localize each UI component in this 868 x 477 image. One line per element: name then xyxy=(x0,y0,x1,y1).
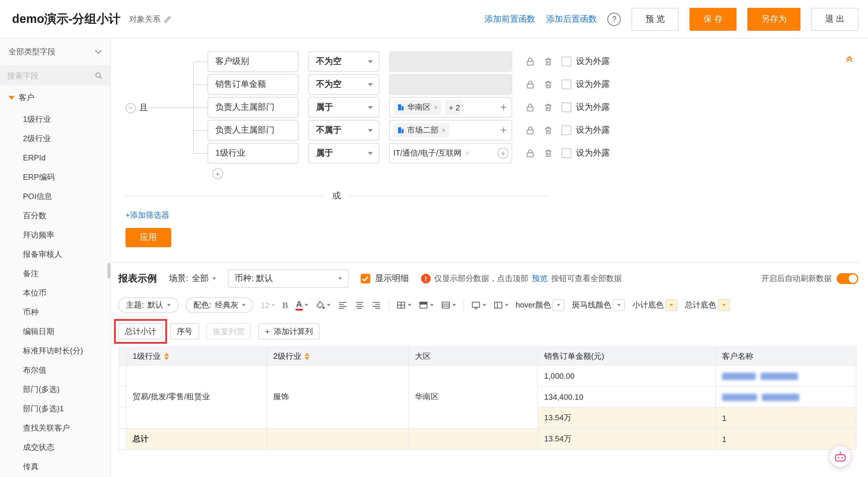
field-item[interactable]: 成交状态 xyxy=(0,438,111,457)
condition-value-tags[interactable]: 市场二部 × + xyxy=(389,120,512,140)
field-item[interactable]: 部门(多选)1 xyxy=(0,399,111,418)
column-header[interactable]: 销售订单金额(元) xyxy=(538,347,716,365)
align-center-button[interactable] xyxy=(355,300,364,310)
lock-icon[interactable] xyxy=(525,102,535,112)
apply-button[interactable]: 应用 xyxy=(125,228,171,247)
column-header[interactable]: 客户名称 xyxy=(716,347,856,365)
lock-icon[interactable] xyxy=(525,148,535,158)
value-tag[interactable]: 华南区 × xyxy=(393,100,441,115)
subtotal-button[interactable]: 总计小计 xyxy=(118,323,163,340)
palette-select[interactable]: 配色: 经典灰 xyxy=(185,297,253,313)
field-item[interactable]: 备注 xyxy=(0,264,111,283)
font-color-picker[interactable]: A xyxy=(295,300,308,311)
zebra-color-picker[interactable]: 斑马线颜色 xyxy=(572,299,625,311)
trash-icon[interactable] xyxy=(544,125,553,135)
field-item[interactable]: 百分数 xyxy=(0,206,111,226)
field-item[interactable]: 部门(多选) xyxy=(0,380,111,399)
add-value-icon[interactable]: + xyxy=(500,102,507,113)
field-item[interactable]: 布尔值 xyxy=(0,361,111,380)
column-header[interactable]: 2级行业 xyxy=(267,347,409,365)
color-swatch[interactable] xyxy=(718,299,730,311)
field-item[interactable]: POI信息 xyxy=(0,187,111,206)
sidebar-group-customer[interactable]: 客户 xyxy=(0,86,111,110)
table-header-style-picker[interactable] xyxy=(418,300,434,310)
field-item[interactable]: ERPId xyxy=(0,148,111,168)
font-size-select[interactable]: 12 xyxy=(261,300,275,310)
search-input[interactable] xyxy=(7,71,80,80)
sort-desc-icon[interactable] xyxy=(305,357,309,360)
condition-field-select[interactable]: 销售订单金额 xyxy=(208,74,299,95)
sort-desc-icon[interactable] xyxy=(164,357,169,360)
field-item[interactable]: 查找关联客户 xyxy=(0,418,111,438)
sort-asc-icon[interactable] xyxy=(305,353,309,356)
condition-operator-select[interactable]: 属于 xyxy=(308,143,379,163)
field-item[interactable]: 传真 xyxy=(0,457,111,476)
show-detail-toggle[interactable]: 显示明细 xyxy=(361,273,409,284)
field-search[interactable] xyxy=(0,65,111,86)
expose-checkbox[interactable] xyxy=(562,148,571,158)
field-item[interactable]: 标准拜访时长(分) xyxy=(0,341,111,361)
save-button[interactable]: 保 存 xyxy=(689,7,737,30)
lock-icon[interactable] xyxy=(525,125,535,135)
field-type-filter[interactable]: 全部类型字段 xyxy=(0,39,111,65)
expose-checkbox[interactable] xyxy=(562,80,571,89)
object-relation[interactable]: 对象关系 xyxy=(129,13,172,25)
add-value-icon[interactable]: + xyxy=(500,125,507,136)
trash-icon[interactable] xyxy=(544,148,553,158)
color-swatch[interactable] xyxy=(613,299,625,311)
condition-operator-select[interactable]: 属于 xyxy=(308,97,379,118)
column-layout-picker[interactable] xyxy=(493,300,508,310)
condition-field-select[interactable]: 客户级别 xyxy=(208,51,299,72)
condition-value-tags[interactable]: 华南区 × + 2 + xyxy=(389,97,512,118)
sort-asc-icon[interactable] xyxy=(164,353,169,356)
auto-refresh-switch[interactable] xyxy=(837,273,858,284)
add-condition-icon[interactable]: + xyxy=(212,168,223,179)
notice-preview-link[interactable]: 预览 xyxy=(532,273,548,284)
help-icon[interactable]: ? xyxy=(608,12,621,26)
sort-icons[interactable] xyxy=(164,353,169,360)
add-pre-function-link[interactable]: 添加前置函数 xyxy=(485,13,535,25)
hover-color-picker[interactable]: hover颜色 xyxy=(516,299,565,311)
save-as-button[interactable]: 另存为 xyxy=(747,7,801,30)
condition-field-select[interactable]: 1级行业 xyxy=(208,143,299,163)
add-post-function-link[interactable]: 添加后置函数 xyxy=(546,13,597,25)
trash-icon[interactable] xyxy=(544,102,553,112)
add-filter-link[interactable]: +添加筛选器 xyxy=(125,210,169,221)
field-item[interactable]: 拜访频率 xyxy=(0,226,111,245)
align-right-button[interactable] xyxy=(372,300,381,310)
remove-tag-icon[interactable]: × xyxy=(441,126,446,134)
table-lines-picker[interactable] xyxy=(441,300,456,310)
condition-operator-select[interactable]: 不为空 xyxy=(308,74,379,95)
add-calc-column-button[interactable]: + 添加计算列 xyxy=(258,323,320,340)
condition-operator-select[interactable]: 不为空 xyxy=(308,51,379,72)
field-item[interactable]: 报备审核人 xyxy=(0,245,111,264)
expose-checkbox[interactable] xyxy=(562,102,571,112)
color-swatch[interactable] xyxy=(665,299,678,311)
align-left-button[interactable] xyxy=(338,300,347,310)
sort-icons[interactable] xyxy=(305,353,309,360)
theme-select[interactable]: 主题: 默认 xyxy=(118,297,178,313)
display-mode-picker[interactable] xyxy=(471,300,486,310)
exit-button[interactable]: 退 出 xyxy=(811,7,858,30)
condition-field-select[interactable]: 负责人主属部门 xyxy=(208,120,299,140)
column-header[interactable]: 1级行业 xyxy=(126,347,267,365)
table-style-picker[interactable] xyxy=(396,300,411,310)
value-tag[interactable]: 市场二部 × xyxy=(393,123,450,137)
field-item[interactable]: 币种 xyxy=(0,303,111,322)
bold-button[interactable]: B xyxy=(282,300,288,310)
field-item[interactable]: 1级行业 xyxy=(0,110,111,129)
pencil-icon[interactable] xyxy=(163,15,172,23)
fill-color-picker[interactable] xyxy=(315,300,331,310)
lock-icon[interactable] xyxy=(525,80,535,89)
remove-value-icon[interactable]: × xyxy=(465,149,470,157)
field-item[interactable]: 2级行业 xyxy=(0,129,111,148)
condition-operator-select[interactable]: 不属于 xyxy=(308,120,379,140)
search-icon[interactable] xyxy=(94,71,103,80)
remove-tag-icon[interactable]: × xyxy=(434,103,438,112)
scene-select[interactable]: 场景: 全部 xyxy=(169,273,216,284)
checked-checkbox[interactable] xyxy=(361,274,370,283)
column-header[interactable]: 大区 xyxy=(409,347,538,365)
total-color-picker[interactable]: 总计底色 xyxy=(685,299,730,311)
assistant-robot-button[interactable] xyxy=(829,446,851,467)
sequence-button[interactable]: 序号 xyxy=(170,323,199,340)
